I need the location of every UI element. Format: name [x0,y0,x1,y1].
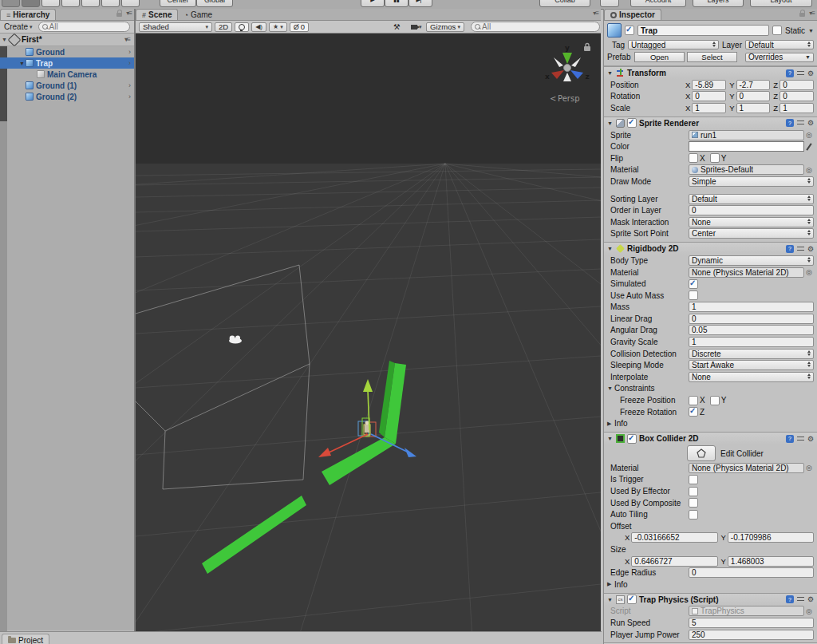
hierarchy-item-ground-2[interactable]: Ground (2)› [0,91,134,102]
prefab-open-arrow-icon[interactable]: › [128,59,131,67]
component-header-trap-physics-script[interactable]: ▼csTrap Physics (Script)?⚙ [604,594,817,606]
vector-input[interactable]: 0 [780,80,814,90]
foldout-icon[interactable]: ▶ [607,581,614,587]
checkbox-is-trigger[interactable] [689,475,698,484]
effects-dropdown[interactable]: ★ ▾ [269,22,287,32]
static-dropdown-icon[interactable]: ▼ [808,28,814,34]
gizmos-dropdown[interactable]: Gizmos ▾ [426,22,464,32]
layout-dropdown[interactable]: Layout [750,0,812,7]
tool-move-button[interactable] [22,0,40,7]
layers-dropdown[interactable]: Layers [693,0,744,7]
tool-rect-button[interactable] [81,0,100,7]
component-enabled-checkbox[interactable] [627,595,637,604]
component-enabled-checkbox[interactable] [627,118,637,128]
text-input[interactable]: 1 [689,337,814,347]
object-field[interactable]: None (Physics Material 2D) [689,267,804,278]
checkbox-flip-x[interactable] [689,153,698,163]
scene-viewport[interactable]: y x z < Persp [136,34,601,631]
gameobject-name-field[interactable]: Trap [637,25,769,36]
gear-icon[interactable]: ⚙ [807,595,814,603]
step-button[interactable]: ▶▏ [408,0,432,7]
prefab-open-arrow-icon[interactable]: › [128,81,131,89]
component-header-box-collider-2d[interactable]: ▼Box Collider 2D?⚙ [604,433,817,444]
text-input[interactable]: 0 [689,205,814,215]
foldout-icon[interactable]: ▼ [607,121,614,126]
tab-scene[interactable]: # Scene [136,9,178,20]
audio-toggle[interactable]: ◀) [251,22,266,32]
pause-button[interactable]: ▮▮ [385,0,408,7]
component-header-rigidbody-2d[interactable]: ▼Rigidbody 2D?⚙ [604,243,817,255]
eyedropper-icon[interactable] [804,142,814,152]
hierarchy-search-input[interactable]: All [38,22,130,32]
foldout-icon[interactable]: ▼ [607,597,614,603]
collab-dropdown[interactable]: Collab [539,0,590,7]
preset-icon[interactable] [797,246,804,252]
scene-menu-icon[interactable]: ▾≡ [124,36,130,43]
preset-icon[interactable] [797,70,804,77]
vector-input[interactable]: 1 [692,103,726,113]
object-field[interactable]: run1 [689,130,804,140]
foldout-icon[interactable]: ▼ [607,436,614,441]
space-toggle-button[interactable]: Global [196,0,233,7]
checkbox-use-auto-mass[interactable] [689,290,698,300]
help-icon[interactable]: ? [786,69,794,77]
vector-input[interactable]: -0.1709986 [728,532,814,543]
2d-toggle[interactable]: 2D [215,22,232,32]
hierarchy-item-main-camera[interactable]: Main Camera [0,69,134,80]
component-tools-icon[interactable]: ⚒ [389,22,405,32]
prefab-open-button[interactable]: Open [634,52,685,62]
foldout-icon[interactable]: ▼ [607,70,614,76]
vector-input[interactable]: 0 [780,91,814,101]
object-picker-icon[interactable]: ◎ [804,607,814,615]
tool-custom-button[interactable] [121,0,140,7]
text-input[interactable]: 5 [689,618,814,628]
vector-input[interactable]: -5.89 [692,80,726,90]
dropdown-field[interactable]: None [689,372,814,382]
lock-icon[interactable] [799,13,805,17]
checkbox-used-by-composite[interactable] [689,498,698,508]
object-field[interactable]: Sprites-Default [689,164,804,175]
vector-input[interactable]: -0.03166652 [631,532,717,543]
vector-input[interactable]: 0 [736,91,771,101]
panel-menu-icon[interactable]: ▾≡ [126,10,132,17]
object-picker-icon[interactable]: ◎ [804,131,814,139]
checkbox-used-by-effector[interactable] [689,487,698,496]
help-icon[interactable]: ? [786,595,794,603]
color-swatch[interactable] [689,141,804,152]
pivot-toggle-button[interactable]: Center [160,0,196,7]
vector-input[interactable]: 0.6466727 [631,556,717,567]
gear-icon[interactable]: ⚙ [807,245,814,253]
scene-visibility-toggle[interactable]: Ø 0 [290,22,309,32]
foldout-icon[interactable]: ▼ [607,246,614,251]
preset-icon[interactable] [797,120,804,126]
vector-input[interactable]: 0 [692,91,726,101]
hierarchy-item-trap[interactable]: ▼Trap› [0,57,134,69]
hierarchy-item-ground-1[interactable]: Ground (1)› [0,80,134,91]
text-input[interactable]: 0 [689,567,814,578]
dropdown-field[interactable]: Start Awake [689,360,814,370]
static-checkbox[interactable] [772,26,782,35]
tool-transform-button[interactable] [101,0,120,7]
help-icon[interactable]: ? [786,119,794,127]
object-picker-icon[interactable]: ◎ [804,166,814,174]
cloud-button[interactable] [600,0,619,7]
vector-input[interactable]: 1.468003 [728,556,814,567]
vector-input[interactable]: 1 [780,103,814,113]
account-dropdown[interactable]: Account [630,0,686,7]
preset-icon[interactable] [797,596,804,603]
foldout-icon[interactable]: ▶ [607,421,614,427]
help-icon[interactable]: ? [786,435,794,443]
gear-icon[interactable]: ⚙ [807,435,814,443]
gear-icon[interactable]: ⚙ [807,69,814,77]
tool-scale-button[interactable] [61,0,80,7]
tab-game[interactable]: ◔ Game [178,10,218,20]
tool-rotate-button[interactable] [41,0,60,7]
dropdown-field[interactable]: Default [689,194,814,204]
foldout-icon[interactable]: ▼ [18,61,26,66]
prefab-open-arrow-icon[interactable]: › [128,93,131,101]
foldout-icon[interactable]: ▼ [2,37,7,42]
create-button[interactable]: Create ▾ [0,21,37,33]
text-input[interactable]: 0.05 [689,325,814,335]
tab-project[interactable]: Project [2,634,49,644]
scene-search-input[interactable]: All [471,22,600,32]
